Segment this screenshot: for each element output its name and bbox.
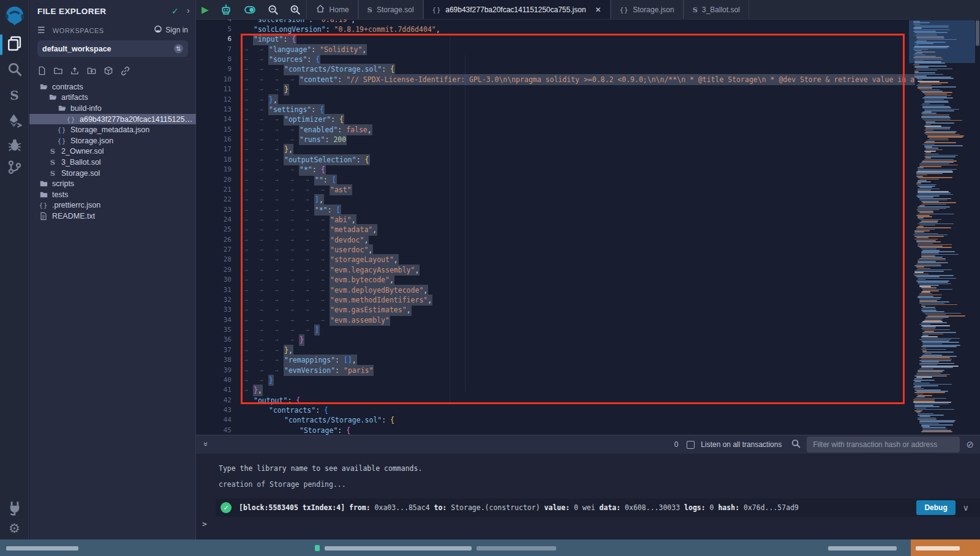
settings-icon[interactable]: ⚙	[0, 520, 29, 536]
transaction-filter-input[interactable]	[807, 437, 960, 453]
code-line-44[interactable]: 44"contracts/Storage.sol": {	[196, 415, 909, 425]
code-line-29[interactable]: 29→→→→→→"evm.legacyAssembly",	[196, 265, 909, 275]
code-line-8[interactable]: 8→→"sources": {	[196, 54, 909, 64]
tree-item-readme-txt[interactable]: README.txt	[29, 211, 196, 222]
code-line-11[interactable]: 11→→→}	[196, 85, 909, 94]
tree-item-build-info[interactable]: build-info	[29, 103, 196, 114]
workspace-selector[interactable]: default_workspace ⇅	[37, 40, 188, 57]
code-line-38[interactable]: 38→→→"remappings": [],	[196, 355, 909, 365]
search-icon[interactable]	[0, 61, 29, 77]
code-line-7[interactable]: 7→→"language": "Solidity",	[196, 45, 909, 54]
code-line-43[interactable]: 43"contracts": {	[196, 405, 909, 415]
code-line-26[interactable]: 26→→→→→→"devdoc",	[196, 235, 909, 245]
zoom-out-icon[interactable]	[262, 0, 284, 19]
code-line-40[interactable]: 40→→}	[196, 375, 909, 385]
robot-icon[interactable]	[214, 0, 238, 19]
solidity-compiler-icon[interactable]: S	[0, 88, 29, 103]
code-line-5[interactable]: 5"solcLongVersion": "0.8.19+commit.7dd6d…	[196, 24, 909, 34]
code-line-19[interactable]: 19→→→→"*": {	[196, 165, 909, 175]
chevron-right-icon[interactable]: ›	[187, 6, 190, 15]
check-icon[interactable]: ✓	[172, 6, 179, 16]
expand-transaction-icon[interactable]: ∨	[963, 503, 969, 513]
code-line-24[interactable]: 24→→→→→→"abi",	[196, 215, 909, 225]
code-line-36[interactable]: 36→→→→}	[196, 335, 909, 345]
collapse-terminal-icon[interactable]: «	[200, 443, 209, 446]
tree-item-storage-sol[interactable]: SStorage.sol	[29, 168, 196, 179]
debug-button[interactable]: Debug	[916, 500, 955, 515]
code-editor[interactable]: 4"solcVersion": "0.8.19",5"solcLongVersi…	[196, 0, 909, 435]
code-line-35[interactable]: 35→→→→→]	[196, 325, 909, 335]
upload-folder-icon[interactable]	[86, 66, 97, 78]
tab-home[interactable]: Home	[306, 0, 358, 19]
terminal-prompt[interactable]: >	[202, 519, 207, 528]
cube-icon[interactable]	[104, 66, 113, 78]
code-line-22[interactable]: 22→→→→→],	[196, 195, 909, 205]
minimap[interactable]	[909, 20, 975, 435]
zoom-in-icon[interactable]	[284, 0, 306, 19]
tree-item-tests[interactable]: tests	[29, 189, 196, 200]
code-line-6[interactable]: 6"input": {	[196, 34, 909, 44]
code-line-20[interactable]: 20→→→→→"": [	[196, 175, 909, 185]
code-line-9[interactable]: 9→→→"contracts/Storage.sol": {	[196, 64, 909, 74]
new-folder-icon[interactable]	[53, 66, 63, 78]
link-icon[interactable]	[120, 66, 130, 78]
code-line-33[interactable]: 33→→→→→→"evm.gasEstimates",	[196, 305, 909, 315]
plugin-manager-icon[interactable]	[0, 499, 29, 516]
tree-item-a69b43f277ba20fcac141151250ca7-[interactable]: {}a69b43f277ba20fcac141151250ca7...	[29, 114, 196, 125]
code-line-21[interactable]: 21→→→→→→"ast"	[196, 185, 909, 195]
code-line-41[interactable]: 41→},	[196, 385, 909, 395]
code-line-13[interactable]: 13→→"settings": {	[196, 105, 909, 115]
code-line-12[interactable]: 12→→},	[196, 95, 909, 105]
code-line-45[interactable]: 45"Storage": {	[196, 426, 909, 435]
tree-item-storage-json[interactable]: {}Storage.json	[29, 135, 196, 146]
play-icon[interactable]: ▶	[196, 0, 214, 19]
vertical-scrollbar[interactable]	[976, 20, 979, 46]
code-line-17[interactable]: 17→→→},	[196, 145, 909, 154]
code-line-14[interactable]: 14→→→"optimizer": {	[196, 115, 909, 124]
code-line-25[interactable]: 25→→→→→→"metadata",	[196, 225, 909, 235]
transaction-log-row[interactable]: ✓ [block:5583405 txIndex:4] from: 0xa03.…	[216, 498, 980, 517]
toggle-icon[interactable]	[238, 0, 262, 19]
listen-all-transactions-checkbox[interactable]	[687, 441, 695, 449]
hamburger-menu-icon[interactable]: ☰	[37, 25, 45, 35]
tree-item-contracts[interactable]: contracts	[29, 81, 196, 92]
tab-3-ballot-sol[interactable]: S3_Ballot.sol	[684, 0, 749, 19]
code-line-37[interactable]: 37→→→},	[196, 345, 909, 355]
code-line-28[interactable]: 28→→→→→→"storageLayout",	[196, 255, 909, 265]
close-tab-icon[interactable]: ✕	[595, 6, 601, 14]
new-file-icon[interactable]	[37, 66, 47, 78]
tree-item-artifacts[interactable]: artifacts	[29, 92, 196, 103]
tree-item-storage-metadata-json[interactable]: {}Storage_metadata.json	[29, 124, 196, 135]
code-line-23[interactable]: 23→→→→→"*": [	[196, 205, 909, 215]
upload-file-icon[interactable]	[70, 66, 80, 78]
code-line-16[interactable]: 16→→→→"runs": 200	[196, 135, 909, 145]
minimap-viewport[interactable]	[909, 20, 975, 63]
git-icon[interactable]	[0, 159, 29, 175]
tree-item-3-ballot-sol[interactable]: S3_Ballot.sol	[29, 157, 196, 168]
tab-storage-sol[interactable]: SStorage.sol	[358, 0, 423, 19]
sign-in-button[interactable]: Sign in	[154, 25, 188, 35]
tab-storage-json[interactable]: {}Storage.json	[611, 0, 684, 19]
indent-whitespace: →	[269, 245, 284, 255]
ban-icon[interactable]: ⊘	[966, 439, 974, 450]
debugger-icon[interactable]	[0, 137, 29, 153]
code-line-32[interactable]: 32→→→→→→"evm.methodIdentifiers",	[196, 295, 909, 305]
status-orange-badge[interactable]	[911, 539, 980, 556]
tree-item-2-owner-sol[interactable]: S2_Owner.sol	[29, 146, 196, 157]
remix-logo-icon[interactable]	[0, 5, 29, 27]
file-explorer-icon[interactable]	[0, 34, 29, 53]
code-line-18[interactable]: 18→→→"outputSelection": {	[196, 155, 909, 165]
workspace-switch-icon[interactable]: ⇅	[174, 44, 183, 53]
deploy-run-icon[interactable]	[0, 113, 29, 129]
tab-a69b43f277ba20fcac141151250ca755-json[interactable]: {}a69b43f277ba20fcac141151250ca755.json✕	[423, 0, 611, 19]
code-line-34[interactable]: 34→→→→→→"evm.assembly"	[196, 315, 909, 325]
code-line-31[interactable]: 31→→→→→→"evm.deployedBytecode",	[196, 285, 909, 295]
code-line-27[interactable]: 27→→→→→→"userdoc",	[196, 245, 909, 255]
code-line-30[interactable]: 30→→→→→→"evm.bytecode",	[196, 275, 909, 285]
code-line-42[interactable]: 42"output": {	[196, 396, 909, 405]
tree-item--prettierrc-json[interactable]: {}.prettierrc.json	[29, 200, 196, 211]
tree-item-scripts[interactable]: scripts	[29, 178, 196, 189]
code-line-39[interactable]: 39→→→"evmVersion": "paris"	[196, 366, 909, 375]
code-line-10[interactable]: 10→→→→"content": "// SPDX-License-Identi…	[196, 75, 909, 85]
code-line-15[interactable]: 15→→→→"enabled": false,	[196, 125, 909, 135]
